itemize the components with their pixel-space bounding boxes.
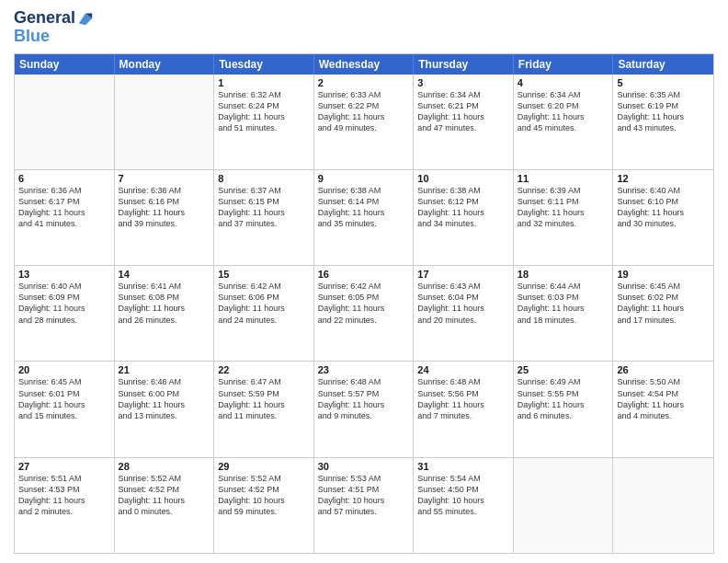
day-number: 4 <box>518 77 609 88</box>
cell-line: and 24 minutes. <box>218 315 310 326</box>
calendar-cell <box>15 75 115 169</box>
cell-line: and 41 minutes. <box>18 218 110 229</box>
cell-line: and 43 minutes. <box>617 122 710 133</box>
calendar-cell: 29Sunrise: 5:52 AMSunset: 4:52 PMDayligh… <box>214 458 314 553</box>
cell-line: Sunset: 5:55 PM <box>518 388 609 399</box>
cell-line: Sunset: 6:02 PM <box>617 292 710 303</box>
header: General Blue <box>14 9 714 46</box>
logo: General Blue <box>14 9 94 46</box>
cell-line: Daylight: 11 hours <box>318 111 410 122</box>
cell-line: Sunrise: 6:32 AM <box>218 89 310 100</box>
cell-line: Sunrise: 6:40 AM <box>18 281 110 292</box>
cell-line: Sunrise: 6:49 AM <box>518 376 609 387</box>
day-number: 26 <box>617 364 710 375</box>
cell-line: Daylight: 11 hours <box>318 207 410 218</box>
cell-line: Sunset: 6:24 PM <box>218 100 310 111</box>
cell-line: Daylight: 11 hours <box>617 303 710 314</box>
day-number: 20 <box>18 364 110 375</box>
header-day-thursday: Thursday <box>414 54 514 75</box>
cell-line: Daylight: 11 hours <box>617 111 710 122</box>
cell-line: Sunrise: 6:41 AM <box>119 281 210 292</box>
cell-line: Sunrise: 5:52 AM <box>218 473 310 484</box>
cell-line: and 0 minutes. <box>119 506 210 517</box>
cell-line: Sunset: 4:52 PM <box>218 484 310 495</box>
calendar-cell: 4Sunrise: 6:34 AMSunset: 6:20 PMDaylight… <box>514 75 614 169</box>
calendar-cell: 1Sunrise: 6:32 AMSunset: 6:24 PMDaylight… <box>214 75 314 169</box>
cell-line: and 47 minutes. <box>417 122 509 133</box>
cell-line: Sunrise: 6:43 AM <box>417 281 509 292</box>
day-number: 28 <box>119 461 210 472</box>
calendar-cell: 13Sunrise: 6:40 AMSunset: 6:09 PMDayligh… <box>15 266 115 361</box>
cell-line: Sunrise: 6:36 AM <box>119 185 210 196</box>
day-number: 6 <box>18 173 110 184</box>
calendar-cell: 8Sunrise: 6:37 AMSunset: 6:15 PMDaylight… <box>214 170 314 265</box>
cell-line: Sunset: 6:03 PM <box>518 292 609 303</box>
calendar-week-2: 13Sunrise: 6:40 AMSunset: 6:09 PMDayligh… <box>15 265 713 361</box>
calendar-cell: 9Sunrise: 6:38 AMSunset: 6:14 PMDaylight… <box>314 170 415 265</box>
cell-line: Daylight: 11 hours <box>518 111 609 122</box>
cell-line: Sunrise: 6:39 AM <box>518 185 609 196</box>
day-number: 12 <box>617 173 710 184</box>
cell-line: Daylight: 11 hours <box>18 495 110 506</box>
cell-line: Sunset: 6:09 PM <box>18 292 110 303</box>
cell-line: Sunset: 6:16 PM <box>119 196 210 207</box>
cell-line: and 32 minutes. <box>518 218 609 229</box>
calendar-cell <box>613 458 713 553</box>
cell-line: Sunrise: 6:42 AM <box>218 281 310 292</box>
day-number: 2 <box>318 77 410 88</box>
day-number: 15 <box>218 269 310 280</box>
day-number: 1 <box>218 77 310 88</box>
cell-line: Sunrise: 6:47 AM <box>218 376 310 387</box>
cell-line: Daylight: 11 hours <box>518 399 609 410</box>
cell-line: Sunrise: 6:42 AM <box>318 281 410 292</box>
cell-line: Sunset: 5:57 PM <box>318 388 410 399</box>
cell-line: Daylight: 11 hours <box>218 399 310 410</box>
cell-line: Daylight: 10 hours <box>417 495 509 506</box>
cell-line: Sunrise: 5:51 AM <box>18 473 110 484</box>
cell-line: Sunset: 6:20 PM <box>518 100 609 111</box>
cell-line: Daylight: 10 hours <box>318 495 410 506</box>
cell-line: Daylight: 11 hours <box>218 207 310 218</box>
calendar-header: SundayMondayTuesdayWednesdayThursdayFrid… <box>15 54 713 75</box>
cell-line: and 11 minutes. <box>218 410 310 421</box>
cell-line: Sunset: 5:59 PM <box>218 388 310 399</box>
cell-line: Sunset: 6:08 PM <box>119 292 210 303</box>
calendar-cell: 3Sunrise: 6:34 AMSunset: 6:21 PMDaylight… <box>414 75 514 169</box>
day-number: 7 <box>119 173 210 184</box>
page: General Blue SundayMondayTuesdayWednesda… <box>0 0 728 563</box>
day-number: 3 <box>417 77 509 88</box>
cell-line: Sunrise: 6:40 AM <box>617 185 710 196</box>
cell-line: Daylight: 11 hours <box>218 111 310 122</box>
cell-line: Sunset: 6:12 PM <box>417 196 509 207</box>
calendar-cell: 30Sunrise: 5:53 AMSunset: 4:51 PMDayligh… <box>314 458 415 553</box>
calendar-cell: 6Sunrise: 6:36 AMSunset: 6:17 PMDaylight… <box>15 170 115 265</box>
header-day-saturday: Saturday <box>613 54 713 75</box>
cell-line: Sunset: 4:53 PM <box>18 484 110 495</box>
day-number: 21 <box>119 364 210 375</box>
cell-line: and 28 minutes. <box>18 315 110 326</box>
calendar-cell: 20Sunrise: 6:45 AMSunset: 6:01 PMDayligh… <box>15 362 115 456</box>
calendar-cell: 2Sunrise: 6:33 AMSunset: 6:22 PMDaylight… <box>314 75 415 169</box>
day-number: 5 <box>617 77 710 88</box>
cell-line: Sunset: 6:11 PM <box>518 196 609 207</box>
cell-line: Daylight: 11 hours <box>18 303 110 314</box>
cell-line: and 57 minutes. <box>318 506 410 517</box>
cell-line: Sunrise: 6:46 AM <box>119 376 210 387</box>
cell-line: Daylight: 11 hours <box>417 399 509 410</box>
cell-line: Sunset: 6:00 PM <box>119 388 210 399</box>
day-number: 10 <box>417 173 509 184</box>
header-day-wednesday: Wednesday <box>314 54 415 75</box>
calendar-cell: 15Sunrise: 6:42 AMSunset: 6:06 PMDayligh… <box>214 266 314 361</box>
calendar-cell: 5Sunrise: 6:35 AMSunset: 6:19 PMDaylight… <box>613 75 713 169</box>
header-day-tuesday: Tuesday <box>214 54 314 75</box>
calendar-cell: 22Sunrise: 6:47 AMSunset: 5:59 PMDayligh… <box>214 362 314 456</box>
cell-line: and 20 minutes. <box>417 315 509 326</box>
day-number: 25 <box>518 364 609 375</box>
cell-line: Sunrise: 6:44 AM <box>518 281 609 292</box>
cell-line: Daylight: 11 hours <box>318 303 410 314</box>
day-number: 17 <box>417 269 509 280</box>
calendar-cell: 31Sunrise: 5:54 AMSunset: 4:50 PMDayligh… <box>414 458 514 553</box>
cell-line: Sunrise: 6:38 AM <box>318 185 410 196</box>
cell-line: Sunset: 6:10 PM <box>617 196 710 207</box>
cell-line: and 17 minutes. <box>617 315 710 326</box>
